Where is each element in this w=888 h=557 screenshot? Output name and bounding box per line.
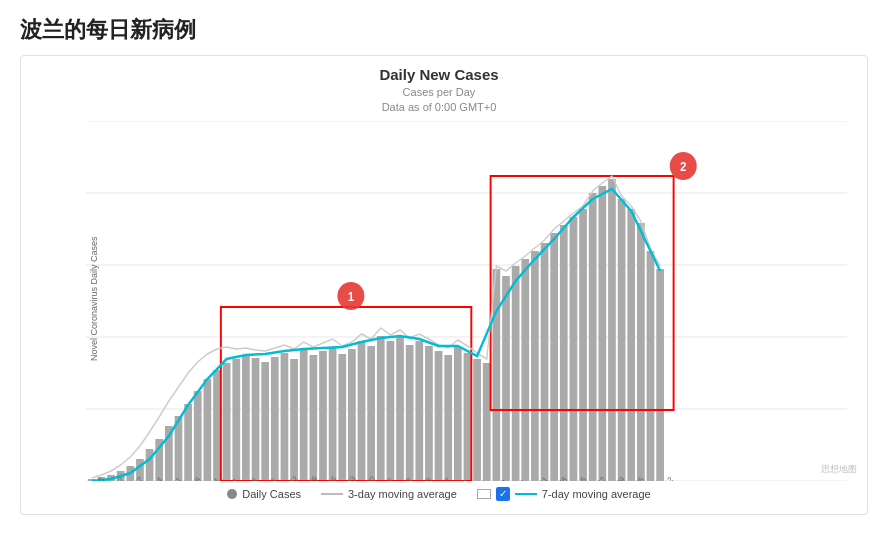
chart-legend: Daily Cases 3-day moving average 7-day m… <box>31 487 847 501</box>
svg-rect-26 <box>232 359 240 481</box>
svg-rect-42 <box>387 341 395 481</box>
svg-rect-23 <box>204 379 212 481</box>
legend-7day: 7-day moving average <box>477 487 651 501</box>
chart-svg: 1000 750 500 250 0 <box>86 121 847 481</box>
svg-rect-47 <box>435 351 443 481</box>
svg-text:1: 1 <box>348 290 355 303</box>
svg-rect-44 <box>406 345 414 481</box>
svg-rect-24 <box>213 370 221 481</box>
legend-3day: 3-day moving average <box>321 488 457 500</box>
svg-rect-70 <box>656 269 664 481</box>
svg-rect-31 <box>281 353 289 481</box>
svg-rect-30 <box>271 357 279 481</box>
svg-rect-41 <box>377 336 385 481</box>
y-axis-label: Novel Coronavirus Daily Cases <box>89 241 99 361</box>
legend-7day-line <box>515 493 537 495</box>
chart-subtitle: Cases per Day Data as of 0:00 GMT+0 <box>31 85 847 116</box>
svg-rect-21 <box>184 404 192 481</box>
chart-svg-wrapper: Novel Coronavirus Daily Cases 1000 750 5… <box>86 121 847 481</box>
svg-rect-45 <box>415 341 423 481</box>
svg-rect-27 <box>242 355 250 481</box>
svg-rect-55 <box>512 266 520 481</box>
svg-rect-51 <box>473 359 481 481</box>
svg-rect-39 <box>358 341 366 481</box>
svg-rect-34 <box>309 355 317 481</box>
svg-rect-40 <box>367 346 375 481</box>
svg-rect-53 <box>493 269 501 481</box>
svg-rect-37 <box>338 354 346 481</box>
svg-rect-28 <box>252 358 260 481</box>
svg-rect-58 <box>541 243 549 481</box>
svg-rect-52 <box>483 363 491 481</box>
svg-rect-35 <box>319 351 327 481</box>
chart-container: Daily New Cases Cases per Day Data as of… <box>20 55 868 515</box>
legend-7day-check[interactable] <box>496 487 510 501</box>
svg-rect-50 <box>464 353 472 481</box>
legend-7day-box <box>477 489 491 499</box>
svg-rect-56 <box>521 259 529 481</box>
svg-rect-69 <box>647 251 655 481</box>
svg-rect-63 <box>589 193 597 481</box>
svg-rect-32 <box>290 359 298 481</box>
svg-rect-65 <box>608 179 616 481</box>
svg-rect-60 <box>560 225 568 481</box>
svg-rect-48 <box>444 355 452 481</box>
svg-rect-59 <box>550 233 558 481</box>
chart-title: Daily New Cases <box>31 66 847 83</box>
legend-7day-label: 7-day moving average <box>542 488 651 500</box>
watermark: 思想地图 <box>821 463 857 476</box>
svg-rect-29 <box>261 362 269 481</box>
page-title: 波兰的每日新病例 <box>20 15 868 45</box>
svg-rect-25 <box>223 363 231 481</box>
svg-rect-61 <box>570 217 578 481</box>
svg-rect-22 <box>194 391 202 481</box>
svg-rect-33 <box>300 349 308 481</box>
svg-rect-49 <box>454 347 462 481</box>
svg-rect-57 <box>531 251 539 481</box>
svg-rect-68 <box>637 223 645 481</box>
svg-rect-64 <box>598 186 606 481</box>
chart-area: Novel Coronavirus Daily Cases 1000 750 5… <box>31 121 847 481</box>
svg-rect-67 <box>627 209 635 481</box>
svg-rect-17 <box>146 449 154 481</box>
svg-rect-54 <box>502 276 510 481</box>
legend-daily-cases-dot <box>227 489 237 499</box>
svg-rect-62 <box>579 209 587 481</box>
legend-daily-cases: Daily Cases <box>227 488 301 500</box>
svg-rect-66 <box>618 199 626 481</box>
svg-rect-36 <box>329 347 337 481</box>
svg-rect-38 <box>348 349 356 481</box>
svg-rect-43 <box>396 336 404 481</box>
svg-text:2: 2 <box>680 160 687 173</box>
legend-3day-line <box>321 493 343 495</box>
svg-rect-46 <box>425 346 433 481</box>
legend-daily-cases-label: Daily Cases <box>242 488 301 500</box>
legend-3day-label: 3-day moving average <box>348 488 457 500</box>
